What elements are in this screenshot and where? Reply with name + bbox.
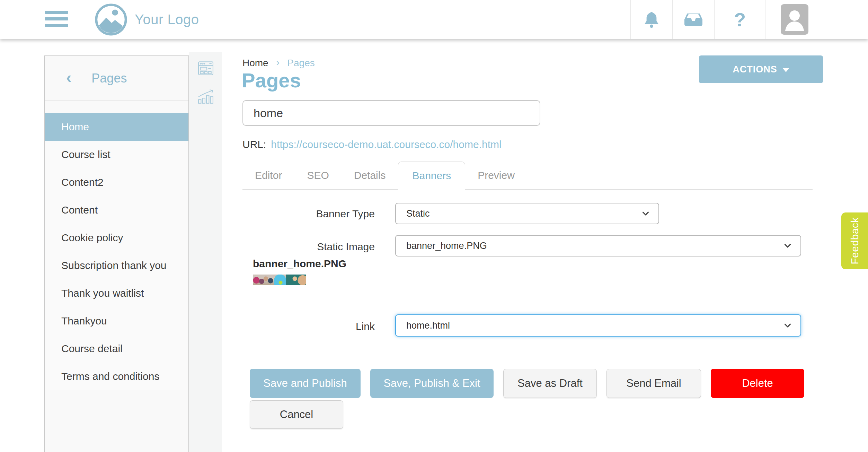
inbox-button[interactable] [672,0,714,39]
avatar [781,4,808,35]
bar-chart-icon [197,89,214,104]
help-icon: ? [734,8,746,31]
url-label: URL: [242,139,266,150]
link-value: home.html [406,320,450,331]
sidebar-item-cookie-policy[interactable]: Cookie policy [45,224,188,252]
tab-details[interactable]: Details [342,162,398,189]
breadcrumb-pages[interactable]: Pages [287,58,315,69]
chevron-down-icon [783,321,792,330]
page-title: Pages [242,69,301,92]
notifications-button[interactable] [630,0,672,39]
page-url-link[interactable]: https://courseco-demo.uat.courseco.co/ho… [271,139,501,150]
banner-thumbnail [253,275,306,285]
tab-bar: Editor SEO Details Banners Preview [242,162,813,190]
page-name-input[interactable] [242,100,540,126]
sidebar-page-list: Home Course list Content2 Content Cookie… [45,113,188,390]
tool-strip [189,52,222,452]
sidebar-item-course-list[interactable]: Course list [45,141,188,168]
sidebar-title: Pages [91,71,127,86]
form-buttons: Save and Publish Save, Publish & Exit Sa… [250,369,804,398]
logo[interactable]: Your Logo [94,3,199,36]
delete-button[interactable]: Delete [711,369,804,398]
sidebar-item-thank-you-waitlist[interactable]: Thank you waitlist [45,279,188,307]
actions-button-label: ACTIONS [733,64,777,75]
sidebar-item-content2[interactable]: Content2 [45,168,188,196]
feedback-tab[interactable]: Feedback [841,212,868,269]
tab-seo[interactable]: SEO [294,162,341,189]
cancel-button[interactable]: Cancel [250,400,343,429]
bell-icon [644,10,659,28]
banner-filename: banner_home.PNG [253,258,346,270]
static-image-value: banner_home.PNG [406,241,487,251]
url-row: URL: https://courseco-demo.uat.courseco.… [242,139,502,150]
sidebar-item-course-detail[interactable]: Course detail [45,335,188,363]
logo-image-icon [94,3,128,36]
chevron-down-icon [641,209,650,218]
sidebar-item-thankyou[interactable]: Thankyou [45,307,188,335]
link-label: Link [242,321,375,332]
actions-button[interactable]: ACTIONS [699,55,823,83]
breadcrumb-home[interactable]: Home [242,58,268,69]
sidebar-item-subscription-thank-you[interactable]: Subscription thank you [45,252,188,279]
menu-button[interactable] [45,11,68,31]
feedback-tab-label: Feedback [849,217,861,264]
static-image-select[interactable]: banner_home.PNG [395,235,801,257]
tab-preview[interactable]: Preview [465,162,527,189]
banner-type-value: Static [406,208,430,219]
sidebar-item-home[interactable]: Home [45,113,188,141]
save-publish-exit-button[interactable]: Save, Publish & Exit [370,369,494,398]
header-actions: ? [630,0,868,39]
static-image-label: Static Image [242,241,375,253]
sidebar: ‹ Pages Home Course list Content2 Conten… [44,55,189,452]
save-and-publish-button[interactable]: Save and Publish [250,369,361,398]
sidebar-item-content[interactable]: Content [45,196,188,224]
browser-window-icon [198,61,214,76]
stats-tool-button[interactable] [197,89,214,104]
caret-down-icon [782,68,789,72]
sidebar-back-header[interactable]: ‹ Pages [45,56,188,101]
back-chevron-icon: ‹ [66,69,71,85]
logo-text: Your Logo [135,12,199,27]
page-root: Your Logo ? [0,0,868,452]
help-button[interactable]: ? [714,0,765,39]
user-avatar-button[interactable] [765,0,868,39]
app-header: Your Logo ? [0,0,868,39]
banner-type-label: Banner Type [242,208,375,220]
pages-tool-button[interactable] [198,61,214,76]
link-select[interactable]: home.html [395,314,801,337]
banner-type-select[interactable]: Static [395,203,659,224]
send-email-button[interactable]: Send Email [606,369,701,398]
breadcrumb: Home › Pages [242,58,315,69]
chevron-down-icon [783,241,792,250]
save-as-draft-button[interactable]: Save as Draft [503,369,597,398]
sidebar-item-terms-and-conditions[interactable]: Terms and conditions [45,363,188,390]
chevron-right-icon: › [276,56,280,68]
inbox-icon [684,12,702,26]
tab-banners[interactable]: Banners [398,162,465,190]
tab-editor[interactable]: Editor [242,162,294,189]
